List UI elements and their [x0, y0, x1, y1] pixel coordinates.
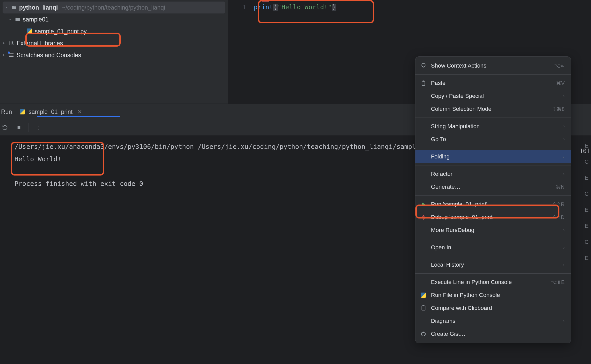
- tree-external-libraries[interactable]: External Libraries: [0, 37, 228, 49]
- chevron-right-icon: ›: [563, 228, 565, 232]
- menu-separator: [415, 165, 571, 165]
- gutter-marker: E: [585, 142, 589, 150]
- run-tool-title[interactable]: Run: [0, 108, 13, 115]
- menu-item-label: Open In: [431, 244, 559, 251]
- menu-item-create-gist[interactable]: Create Gist…: [415, 327, 571, 340]
- menu-item-label: Column Selection Mode: [431, 106, 548, 112]
- menu-item-label: Run File in Python Console: [431, 292, 565, 299]
- menu-item-label: Local History: [431, 261, 559, 268]
- menu-item-show-context-actions[interactable]: Show Context Actions⌥⏎: [415, 59, 571, 72]
- tree-external-label: External Libraries: [17, 40, 63, 47]
- run-config-tab[interactable]: sample_01_print ✕: [19, 108, 82, 115]
- menu-item-debug-sample-01-print[interactable]: Debug 'sample_01_print'⌃⇧D: [415, 211, 571, 224]
- line-number: 1: [228, 4, 254, 11]
- menu-item-label: Generate…: [431, 184, 552, 190]
- token-string: "Hello World!": [278, 4, 332, 11]
- menu-item-label: Paste: [431, 80, 552, 86]
- run-config-name: sample_01_print: [28, 108, 73, 115]
- menu-separator: [415, 273, 571, 274]
- chevron-right-icon: ›: [563, 263, 565, 267]
- menu-item-execute-line-in-python-console[interactable]: Execute Line in Python Console⌥⇧E: [415, 276, 571, 289]
- paste-icon: [420, 80, 427, 86]
- python-file-icon: [26, 28, 33, 34]
- menu-item-label: Compare with Clipboard: [431, 305, 565, 311]
- debug-icon: [420, 214, 427, 221]
- right-gutter: ECECEECE: [582, 142, 591, 263]
- menu-item-more-run-debug[interactable]: More Run/Debug›: [415, 224, 571, 237]
- menu-item-diagrams[interactable]: Diagrams›: [415, 315, 571, 327]
- chevron-right-icon: ›: [563, 124, 565, 129]
- tree-folder-label: sample01: [23, 16, 49, 23]
- chevron-right-icon: ›: [563, 245, 565, 250]
- menu-item-folding[interactable]: Folding›: [415, 150, 571, 163]
- menu-item-column-selection-mode[interactable]: Column Selection Mode⇧⌘8: [415, 103, 571, 115]
- active-tab-indicator: [37, 116, 120, 117]
- chevron-right-icon[interactable]: [2, 53, 6, 57]
- menu-shortcut: ⌥⇧E: [551, 279, 565, 285]
- menu-item-run-file-in-python-console[interactable]: Run File in Python Console: [415, 289, 571, 302]
- menu-item-string-manipulation[interactable]: String Manipulation›: [415, 120, 571, 133]
- folder-icon: [11, 4, 17, 11]
- menu-item-label: String Manipulation: [431, 123, 559, 130]
- menu-separator: [415, 239, 571, 239]
- tree-folder-sample01[interactable]: sample01: [0, 13, 228, 25]
- menu-item-compare-with-clipboard[interactable]: Compare with Clipboard: [415, 302, 571, 315]
- modified-marker: [262, 0, 269, 2]
- chevron-right-icon: ›: [563, 137, 565, 142]
- folder-icon: [15, 16, 21, 23]
- chevron-down-icon[interactable]: [4, 5, 9, 10]
- code-line[interactable]: print("Hello World!"): [254, 4, 336, 11]
- toolbar-separator: [28, 123, 29, 132]
- menu-item-label: More Run/Debug: [431, 227, 559, 234]
- gutter-marker: E: [585, 255, 589, 263]
- menu-item-label: Show Context Actions: [431, 62, 550, 69]
- menu-item-paste[interactable]: Paste⌘V: [415, 77, 571, 90]
- chevron-right-icon: ›: [563, 94, 565, 98]
- stop-button[interactable]: [15, 123, 23, 132]
- gutter-marker: E: [585, 223, 589, 230]
- token-rparen: ): [332, 4, 336, 11]
- tree-scratches-label: Scratches and Consoles: [17, 52, 81, 59]
- menu-item-run-sample-01-print[interactable]: Run 'sample_01_print'⌃⇧R: [415, 198, 571, 211]
- svg-rect-0: [18, 126, 20, 129]
- menu-item-copy-paste-special[interactable]: Copy / Paste Special›: [415, 90, 571, 103]
- menu-item-label: Debug 'sample_01_print': [431, 214, 548, 221]
- menu-item-refactor[interactable]: Refactor›: [415, 168, 571, 180]
- svg-rect-4: [422, 306, 425, 310]
- menu-item-open-in[interactable]: Open In›: [415, 241, 571, 254]
- menu-shortcut: ⇧⌘8: [552, 106, 565, 112]
- gutter-marker: C: [585, 191, 589, 198]
- tree-scratches[interactable]: Scratches and Consoles: [0, 49, 228, 61]
- menu-separator: [415, 148, 571, 148]
- rerun-button[interactable]: [1, 123, 9, 132]
- chevron-right-icon: ›: [563, 319, 565, 323]
- menu-shortcut: ⌥⏎: [554, 63, 565, 69]
- menu-shortcut: ⌃⇧R: [552, 201, 565, 207]
- chevron-right-icon[interactable]: [2, 41, 6, 46]
- tree-file-sample-01-print[interactable]: sample_01_print.py: [0, 25, 228, 37]
- menu-item-generate[interactable]: Generate…⌘N: [415, 180, 571, 193]
- scratches-icon: [8, 52, 15, 58]
- chevron-down-icon[interactable]: [8, 17, 12, 22]
- menu-item-label: Folding: [431, 153, 559, 160]
- more-button[interactable]: ⋮: [34, 123, 43, 132]
- token-function: print: [254, 4, 273, 11]
- menu-item-go-to[interactable]: Go To›: [415, 133, 571, 146]
- editor-context-menu: Show Context Actions⌥⏎Paste⌘VCopy / Past…: [415, 56, 571, 343]
- menu-separator: [415, 118, 571, 118]
- tree-root-path: ~/coding/python/teaching/python_lianqi: [62, 4, 165, 11]
- menu-item-local-history[interactable]: Local History›: [415, 258, 571, 271]
- menu-item-label: Create Gist…: [431, 331, 565, 337]
- py-icon: [420, 292, 427, 299]
- svg-point-3: [422, 216, 424, 218]
- menu-item-label: Run 'sample_01_print': [431, 201, 548, 208]
- chevron-right-icon: ›: [563, 154, 565, 159]
- menu-item-label: Refactor: [431, 171, 559, 177]
- tree-root[interactable]: python_lianqi ~/coding/python/teaching/p…: [3, 2, 225, 13]
- close-icon[interactable]: ✕: [77, 108, 82, 115]
- menu-shortcut: ⌃⇧D: [552, 214, 565, 220]
- gutter-marker: E: [585, 207, 589, 214]
- python-file-icon: [19, 109, 25, 115]
- menu-separator: [415, 195, 571, 196]
- gutter-marker: C: [585, 239, 589, 246]
